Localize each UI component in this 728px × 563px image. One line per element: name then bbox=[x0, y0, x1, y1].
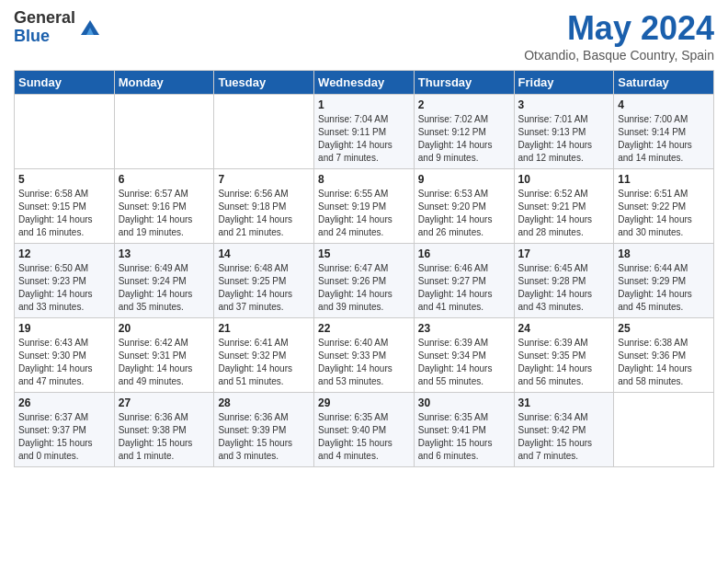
calendar-cell: 14Sunrise: 6:48 AMSunset: 9:25 PMDayligh… bbox=[214, 244, 314, 318]
calendar-cell: 11Sunrise: 6:51 AMSunset: 9:22 PMDayligh… bbox=[614, 169, 714, 244]
page-header: General Blue May 2024 Otxandio, Basque C… bbox=[14, 9, 714, 63]
day-info: Sunrise: 6:50 AMSunset: 9:23 PMDaylight:… bbox=[18, 262, 110, 314]
week-row-5: 26Sunrise: 6:37 AMSunset: 9:37 PMDayligh… bbox=[15, 393, 714, 467]
calendar-cell: 15Sunrise: 6:47 AMSunset: 9:26 PMDayligh… bbox=[314, 244, 415, 318]
calendar-cell: 18Sunrise: 6:44 AMSunset: 9:29 PMDayligh… bbox=[614, 244, 714, 318]
day-number: 23 bbox=[418, 322, 510, 335]
day-info: Sunrise: 7:01 AMSunset: 9:13 PMDaylight:… bbox=[518, 113, 610, 165]
calendar-header-row: SundayMondayTuesdayWednesdayThursdayFrid… bbox=[15, 71, 714, 95]
calendar-cell: 5Sunrise: 6:58 AMSunset: 9:15 PMDaylight… bbox=[15, 169, 115, 244]
day-number: 24 bbox=[518, 322, 610, 335]
day-info: Sunrise: 6:37 AMSunset: 9:37 PMDaylight:… bbox=[18, 411, 110, 463]
day-info: Sunrise: 6:45 AMSunset: 9:28 PMDaylight:… bbox=[518, 262, 610, 314]
page-container: General Blue May 2024 Otxandio, Basque C… bbox=[0, 0, 728, 477]
day-number: 20 bbox=[119, 322, 210, 335]
calendar-cell: 1Sunrise: 7:04 AMSunset: 9:11 PMDaylight… bbox=[314, 95, 415, 169]
day-header-saturday: Saturday bbox=[614, 71, 714, 95]
day-header-friday: Friday bbox=[514, 71, 614, 95]
calendar-cell: 24Sunrise: 6:39 AMSunset: 9:35 PMDayligh… bbox=[514, 318, 614, 393]
week-row-1: 1Sunrise: 7:04 AMSunset: 9:11 PMDaylight… bbox=[15, 95, 714, 169]
day-info: Sunrise: 6:35 AMSunset: 9:41 PMDaylight:… bbox=[418, 411, 510, 463]
day-info: Sunrise: 6:39 AMSunset: 9:34 PMDaylight:… bbox=[418, 337, 510, 388]
day-number: 10 bbox=[518, 173, 610, 186]
day-number: 13 bbox=[119, 247, 210, 260]
calendar-cell: 26Sunrise: 6:37 AMSunset: 9:37 PMDayligh… bbox=[15, 393, 115, 467]
day-number: 15 bbox=[318, 247, 410, 260]
day-number: 4 bbox=[618, 98, 710, 111]
calendar-cell: 31Sunrise: 6:34 AMSunset: 9:42 PMDayligh… bbox=[514, 393, 614, 467]
calendar-cell: 17Sunrise: 6:45 AMSunset: 9:28 PMDayligh… bbox=[514, 244, 614, 318]
calendar-cell: 13Sunrise: 6:49 AMSunset: 9:24 PMDayligh… bbox=[114, 244, 214, 318]
calendar-cell: 19Sunrise: 6:43 AMSunset: 9:30 PMDayligh… bbox=[15, 318, 115, 393]
day-number: 21 bbox=[218, 322, 310, 335]
day-number: 17 bbox=[518, 247, 610, 260]
calendar-cell: 22Sunrise: 6:40 AMSunset: 9:33 PMDayligh… bbox=[314, 318, 415, 393]
calendar-cell: 12Sunrise: 6:50 AMSunset: 9:23 PMDayligh… bbox=[15, 244, 115, 318]
day-info: Sunrise: 7:04 AMSunset: 9:11 PMDaylight:… bbox=[318, 113, 410, 165]
day-info: Sunrise: 6:42 AMSunset: 9:31 PMDaylight:… bbox=[119, 337, 210, 388]
calendar-cell: 10Sunrise: 6:52 AMSunset: 9:21 PMDayligh… bbox=[514, 169, 614, 244]
day-info: Sunrise: 6:40 AMSunset: 9:33 PMDaylight:… bbox=[318, 337, 410, 388]
day-number: 6 bbox=[119, 173, 210, 186]
day-number: 14 bbox=[218, 247, 310, 260]
day-number: 2 bbox=[418, 98, 510, 111]
day-info: Sunrise: 6:36 AMSunset: 9:38 PMDaylight:… bbox=[119, 411, 210, 463]
day-number: 29 bbox=[318, 396, 410, 409]
day-info: Sunrise: 6:52 AMSunset: 9:21 PMDaylight:… bbox=[518, 188, 610, 239]
calendar-table: SundayMondayTuesdayWednesdayThursdayFrid… bbox=[14, 70, 714, 467]
calendar-cell bbox=[114, 95, 214, 169]
day-number: 30 bbox=[418, 396, 510, 409]
day-number: 25 bbox=[618, 322, 710, 335]
calendar-cell bbox=[15, 95, 115, 169]
day-info: Sunrise: 6:55 AMSunset: 9:19 PMDaylight:… bbox=[318, 188, 410, 239]
day-info: Sunrise: 7:00 AMSunset: 9:14 PMDaylight:… bbox=[618, 113, 710, 165]
calendar-cell bbox=[614, 393, 714, 467]
day-info: Sunrise: 6:44 AMSunset: 9:29 PMDaylight:… bbox=[618, 262, 710, 314]
logo-text: General Blue bbox=[14, 9, 75, 46]
day-number: 27 bbox=[119, 396, 210, 409]
day-info: Sunrise: 6:43 AMSunset: 9:30 PMDaylight:… bbox=[18, 337, 110, 388]
day-info: Sunrise: 6:46 AMSunset: 9:27 PMDaylight:… bbox=[418, 262, 510, 314]
day-number: 28 bbox=[218, 396, 310, 409]
day-info: Sunrise: 6:58 AMSunset: 9:15 PMDaylight:… bbox=[18, 188, 110, 239]
day-number: 26 bbox=[18, 396, 110, 409]
day-info: Sunrise: 6:53 AMSunset: 9:20 PMDaylight:… bbox=[418, 188, 510, 239]
day-info: Sunrise: 6:49 AMSunset: 9:24 PMDaylight:… bbox=[119, 262, 210, 314]
calendar-cell: 30Sunrise: 6:35 AMSunset: 9:41 PMDayligh… bbox=[414, 393, 514, 467]
day-number: 12 bbox=[18, 247, 110, 260]
title-block: May 2024 Otxandio, Basque Country, Spain bbox=[524, 9, 714, 63]
calendar-cell: 21Sunrise: 6:41 AMSunset: 9:32 PMDayligh… bbox=[214, 318, 314, 393]
calendar-cell: 3Sunrise: 7:01 AMSunset: 9:13 PMDaylight… bbox=[514, 95, 614, 169]
logo-blue: Blue bbox=[14, 28, 75, 46]
calendar-cell: 28Sunrise: 6:36 AMSunset: 9:39 PMDayligh… bbox=[214, 393, 314, 467]
day-info: Sunrise: 6:57 AMSunset: 9:16 PMDaylight:… bbox=[119, 188, 210, 239]
day-info: Sunrise: 6:35 AMSunset: 9:40 PMDaylight:… bbox=[318, 411, 410, 463]
day-number: 22 bbox=[318, 322, 410, 335]
calendar-cell: 9Sunrise: 6:53 AMSunset: 9:20 PMDaylight… bbox=[414, 169, 514, 244]
calendar-cell: 27Sunrise: 6:36 AMSunset: 9:38 PMDayligh… bbox=[114, 393, 214, 467]
day-header-monday: Monday bbox=[114, 71, 214, 95]
week-row-2: 5Sunrise: 6:58 AMSunset: 9:15 PMDaylight… bbox=[15, 169, 714, 244]
logo-icon bbox=[77, 15, 103, 40]
calendar-cell: 20Sunrise: 6:42 AMSunset: 9:31 PMDayligh… bbox=[114, 318, 214, 393]
day-header-wednesday: Wednesday bbox=[314, 71, 415, 95]
calendar-cell: 7Sunrise: 6:56 AMSunset: 9:18 PMDaylight… bbox=[214, 169, 314, 244]
logo: General Blue bbox=[14, 9, 103, 46]
day-number: 31 bbox=[518, 396, 610, 409]
day-number: 19 bbox=[18, 322, 110, 335]
day-info: Sunrise: 6:48 AMSunset: 9:25 PMDaylight:… bbox=[218, 262, 310, 314]
day-header-sunday: Sunday bbox=[15, 71, 115, 95]
day-number: 1 bbox=[318, 98, 410, 111]
calendar-cell: 4Sunrise: 7:00 AMSunset: 9:14 PMDaylight… bbox=[614, 95, 714, 169]
calendar-cell: 8Sunrise: 6:55 AMSunset: 9:19 PMDaylight… bbox=[314, 169, 415, 244]
day-info: Sunrise: 6:38 AMSunset: 9:36 PMDaylight:… bbox=[618, 337, 710, 388]
day-info: Sunrise: 6:47 AMSunset: 9:26 PMDaylight:… bbox=[318, 262, 410, 314]
day-info: Sunrise: 6:39 AMSunset: 9:35 PMDaylight:… bbox=[518, 337, 610, 388]
week-row-4: 19Sunrise: 6:43 AMSunset: 9:30 PMDayligh… bbox=[15, 318, 714, 393]
calendar-cell: 23Sunrise: 6:39 AMSunset: 9:34 PMDayligh… bbox=[414, 318, 514, 393]
day-header-tuesday: Tuesday bbox=[214, 71, 314, 95]
day-info: Sunrise: 6:41 AMSunset: 9:32 PMDaylight:… bbox=[218, 337, 310, 388]
week-row-3: 12Sunrise: 6:50 AMSunset: 9:23 PMDayligh… bbox=[15, 244, 714, 318]
calendar-cell: 29Sunrise: 6:35 AMSunset: 9:40 PMDayligh… bbox=[314, 393, 415, 467]
day-number: 3 bbox=[518, 98, 610, 111]
